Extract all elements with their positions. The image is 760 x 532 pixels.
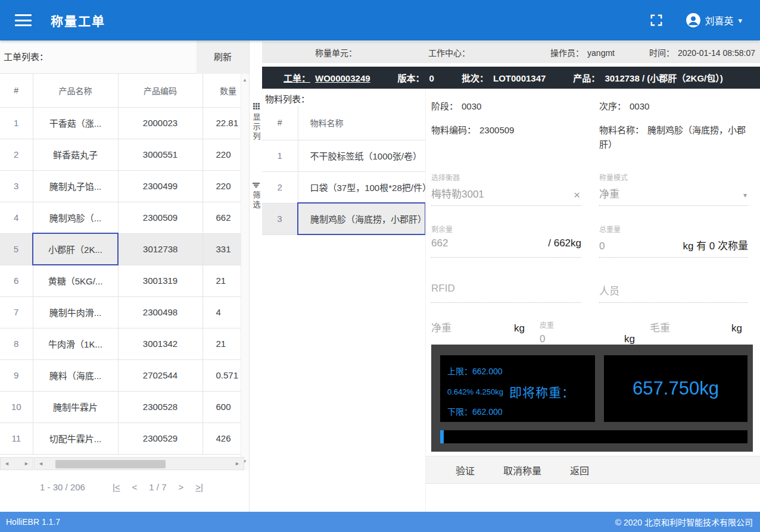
list-item-selected[interactable]: 3 腌制鸡胗（海底捞，小郡肝） [262,203,425,234]
tab-filter[interactable]: 筛选 [250,182,263,210]
remaining-field: 剩余量 662/ 662kg [431,224,581,258]
table-row[interactable]: 10 腌制牛霖片 2300528 600 [0,391,241,423]
table-row[interactable]: 3 腌制丸子馅... 2300499 220 [0,170,241,202]
weighing-area: 称量单元： 工作中心： 操作员：yangmt 时间：2020-01-14 08:… [262,40,760,512]
material-code-value: 2300509 [479,125,514,135]
row-product-code: 2702544 [118,359,203,391]
list-item[interactable]: 1 不干胶标签纸（1000张/卷） [262,140,425,171]
table-row[interactable]: 6 黄糖（5KG/... 3001319 21 [0,265,241,296]
material-name-field: 物料名称：腌制鸡胗（海底捞，小郡肝） [599,123,748,152]
row-qty: 426 [203,423,241,454]
weight-progress-fill [440,430,444,443]
session-info-bar: 称量单元： 工作中心： 操作员：yangmt 时间：2020-01-14 08:… [262,42,760,63]
table-row[interactable]: 1 干香菇（涨... 2000023 22.81 [0,107,241,139]
scroll-left-icon[interactable]: ◄ [1,461,13,467]
work-order-table-header: # 产品名称 产品编码 数量 [0,74,241,107]
remaining-label: 剩余量 [431,224,581,234]
list-item[interactable]: 2 口袋（37型，100根*28把/件） [262,171,425,203]
scrollbar-track[interactable] [47,458,231,470]
row-product-code: 2300529 [118,423,203,454]
version-label: 版本： [398,73,425,83]
vertical-scrollbar[interactable]: ▲ ▼ [241,74,249,470]
weighing-detail-panel: 阶段：0030 次序：0030 物料编码：2300509 物料名称：腌制鸡胗（海… [425,89,760,512]
row-qty: 331 [203,233,241,265]
current-weight-display: 657.750kg [604,355,747,422]
pagination-first[interactable]: |< [113,482,120,492]
lower-limit-label: 下限： [447,407,472,417]
table-row[interactable]: 8 牛肉滑（1K... 3001342 21 [0,328,241,359]
weigh-mode-field[interactable]: 称量模式 净重 ▾ [599,172,748,206]
product-value: 3012738 / (小郡肝（2KG/包）) [605,73,722,83]
upper-limit: 上限：662.000 [447,365,595,377]
fullscreen-icon[interactable] [650,14,663,27]
table-row-selected[interactable]: 5 小郡肝（2K... 3012738 331 [0,233,241,265]
scrollbar-thumb[interactable] [55,460,166,468]
frozen-col-scrollbar[interactable]: ◄ ► [0,457,33,470]
total-weight-field: 总重量 0kg 有 0 次称量 [599,224,748,258]
work-order-panel: 工单列表： 刷新 # 产品名称 产品编码 数量 1 干香菇（涨... 20000… [0,40,249,512]
scroll-up-icon[interactable]: ▲ [242,77,247,83]
table-row[interactable]: 9 腌料（海底... 2702544 0.571 [0,359,241,391]
scroll-right-icon[interactable]: ► [231,461,244,467]
horizontal-scrollbar[interactable]: ◄ ► [34,457,244,470]
operator-info: 操作员：yangmt [550,46,615,58]
row-qty: 4 [203,296,241,328]
chevron-down-icon[interactable]: ▾ [743,191,747,199]
pagination-prev[interactable]: < [132,482,138,492]
stage-label: 阶段： [431,101,458,111]
app-bar-right: 刘喜英 ▾ [650,12,742,28]
total-weight-label: 总重量 [599,224,748,234]
material-table-header: # 物料名称 [262,105,425,140]
tab-show-columns[interactable]: 显示列 [250,103,263,142]
scale-select-field[interactable]: 选择衡器 梅特勒3001 × [431,172,581,206]
row-qty: 21 [203,265,241,296]
row-product-code: 2300509 [118,202,203,233]
tare-weight-unit: kg [624,333,635,345]
material-code-label: 物料编码： [431,125,476,135]
scroll-left-icon[interactable]: ◄ [35,461,47,467]
col-header-index: # [262,105,298,140]
user-avatar-icon[interactable] [686,12,701,28]
table-row[interactable]: 2 鲜香菇丸子 3000551 220 [0,139,241,170]
row-index: 2 [0,139,33,170]
lower-limit-value: 662.000 [472,407,503,417]
row-product-name: 干香菇（涨... [33,107,118,139]
row-index: 7 [0,296,33,328]
row-product-name: 腌制丸子馅... [33,170,118,202]
back-button[interactable]: 返回 [570,463,589,477]
current-weight-value: 657.750kg [633,378,719,399]
stage-value: 0030 [462,101,481,111]
table-row[interactable]: 4 腌制鸡胗（... 2300509 662 [0,202,241,233]
upper-limit-label: 上限： [447,367,472,376]
row-product-name: 腌制鸡胗（... [33,202,118,233]
scroll-right-icon[interactable]: ► [20,461,33,467]
verify-button[interactable]: 验证 [456,463,475,477]
rfid-input[interactable]: RFID [431,283,581,303]
stage-field: 阶段：0030 [431,99,581,114]
person-input[interactable]: 人员 [599,283,748,303]
sequence-label: 次序： [599,101,626,111]
net-weight-placeholder: 净重 [431,320,451,334]
table-row[interactable]: 11 切配牛霖片... 2300529 426 [0,423,241,454]
user-name[interactable]: 刘喜英 [705,13,733,27]
remaining-suffix: / 662kg [548,237,581,249]
col-header-material-name: 物料名称 [298,105,425,140]
menu-icon[interactable] [15,14,32,26]
chevron-down-icon[interactable]: ▾ [738,16,742,25]
close-icon[interactable]: × [574,189,580,201]
row-material-name: 腌制鸡胗（海底捞，小郡肝） [298,203,425,234]
sequence-field: 次序：0030 [599,99,748,114]
table-row[interactable]: 7 腌制牛肉滑... 2300498 4 [0,296,241,328]
pagination-next[interactable]: > [179,482,184,492]
cancel-weighing-button[interactable]: 取消称量 [503,463,541,477]
pagination-last[interactable]: >| [195,482,203,492]
row-qty: 600 [203,391,241,423]
app-version: HolliEBR 1.1.7 [6,517,60,527]
order-number[interactable]: 工单：WO00003249 [284,71,370,84]
row-qty: 0.571 [203,359,241,391]
time-info: 时间：2020-01-14 08:58:07 [649,46,755,58]
refresh-button[interactable]: 刷新 [197,40,249,74]
scale-select-label: 选择衡器 [431,172,581,182]
weighing-action-label: 即将称重： [509,383,575,400]
row-index: 10 [0,391,33,423]
